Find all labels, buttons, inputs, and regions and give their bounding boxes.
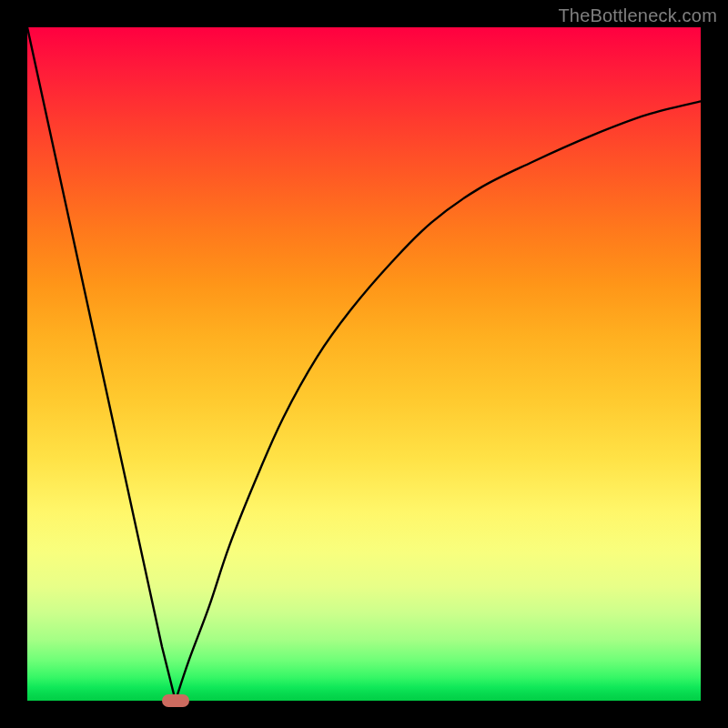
- minimum-marker: [162, 694, 189, 707]
- attribution-text: TheBottleneck.com: [558, 5, 717, 26]
- plot-area: [27, 27, 701, 701]
- bottleneck-curve: [27, 27, 701, 701]
- curve-left-branch: [27, 27, 176, 701]
- curve-right-branch: [176, 101, 701, 701]
- chart-frame: TheBottleneck.com: [0, 0, 728, 728]
